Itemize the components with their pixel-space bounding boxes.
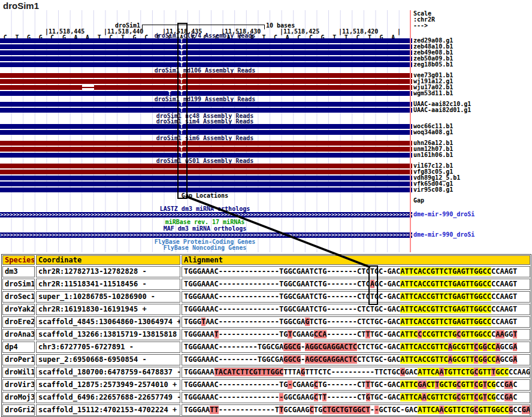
read-name-label: UAAC-aai82d01.g1 xyxy=(413,107,471,113)
table-row: dm3chr2R:12782713-12782828 -TGGGAAAC----… xyxy=(2,265,531,278)
read-name-label: wgm53d11.b1 xyxy=(413,90,453,96)
alignment-cell: TGGGAAAC--------------TGGCGAATCTG-------… xyxy=(182,304,530,315)
assembly-read-bar[interactable]: T xyxy=(0,50,412,55)
assembly-read-bar[interactable]: T xyxy=(0,147,412,152)
species-cell: droMoj3 xyxy=(2,392,35,403)
species-cell: droVir3 xyxy=(2,379,35,391)
label-separator-line xyxy=(410,10,411,252)
table-row: droVir3scaffold_12875:2573949-2574010 +T… xyxy=(2,379,531,391)
coordinate-cell: chr2R:16191830-16191945 + xyxy=(36,304,180,315)
alignment-cell: TGGGAAAC--------------TGGCGAATCTG-------… xyxy=(182,266,530,277)
table-row: droAna3scaffold_13266:13815719-13815818 … xyxy=(2,328,531,341)
track-side-label: Gap xyxy=(413,198,424,204)
column-header-coordinate: Coordinate xyxy=(36,255,180,265)
alignment-cell: TGGGTAAC--------------TGGCGAGTCTG-------… xyxy=(182,316,530,328)
assembly-read-bar[interactable]: T xyxy=(0,153,412,158)
assembly-read-bar[interactable]: T xyxy=(0,85,412,90)
species-cell: droAna3 xyxy=(2,329,35,340)
assembly-read-bar[interactable] xyxy=(0,182,412,186)
table-row: droMoj3scaffold_6496:22657688-22657749 -… xyxy=(2,391,531,404)
mirna-item-bar[interactable]: >>>>>>>>>>>>>>>>>>>>>>>>>>>>>>>>>>>>>>>>… xyxy=(0,212,412,217)
assembly-read-bar[interactable]: T xyxy=(0,141,412,146)
assembly-read-bar[interactable]: T xyxy=(0,124,412,129)
alignment-cell: TGGGAAAC--------------TGGCGAATCTG-------… xyxy=(182,291,530,303)
genome-browser-page: droSim1 droSim1 10 bases |11,518,445|11,… xyxy=(0,0,532,417)
table-row: droEre2scaffold_4845:13064860-13064974 +… xyxy=(2,316,531,328)
track-label-panel: Scale :chr2R ---> zed29a08.g1zeb48a10.b1… xyxy=(413,10,532,252)
track-center-label[interactable]: Gap Locations xyxy=(0,193,410,199)
alignment-table: SpeciesCoordinateAlignment dm3chr2R:1278… xyxy=(1,254,531,417)
coordinate-cell: scaffold_180700:6478759-6478837 - xyxy=(36,367,180,378)
assembly-read-bar[interactable]: T xyxy=(0,108,412,113)
species-cell: dp4 xyxy=(2,342,35,353)
assembly-read-bar[interactable]: T xyxy=(0,44,412,49)
mirna-item-bar[interactable]: >>>>>>>>>>>>>>>>>>>>>>>>>>>>>>>>>>>>>>>>… xyxy=(0,232,412,238)
coordinate-cell: chr3:6727705-6727891 - xyxy=(36,342,180,353)
species-cell: droEre2 xyxy=(2,316,35,328)
coordinate-cell: chr2R:12782713-12782828 - xyxy=(36,266,180,277)
assembly-read-bar[interactable] xyxy=(0,176,412,180)
coordinate-cell: scaffold_6496:22657688-22657749 - xyxy=(36,392,180,403)
table-header-row: SpeciesCoordinateAlignment xyxy=(2,255,531,265)
table-row: droWil1scaffold_180700:6478759-6478837 -… xyxy=(2,366,531,379)
track-center-label[interactable]: FlyBase Noncoding Genes xyxy=(0,245,410,251)
assembly-read-bar[interactable]: T xyxy=(0,38,412,43)
coordinate-cell: chr2R:11518341-11518456 - xyxy=(36,279,180,290)
species-cell: droYak2 xyxy=(2,304,35,315)
coordinate-cell: scaffold_15112:4702153-4702224 + xyxy=(36,404,180,416)
table-row: droGri2scaffold_15112:4702153-4702224 +T… xyxy=(2,404,531,416)
assembly-read-bar[interactable] xyxy=(0,170,412,174)
species-cell: droPer1 xyxy=(2,354,35,365)
read-name-label: vir95c08.g1 xyxy=(413,187,453,193)
track-center-label[interactable]: miRBase rev. 17 miRNAs xyxy=(0,219,410,225)
alignment-cell: TGGGAAAC---------TGGCGAGGCG-AGGCGAGGACTC… xyxy=(182,354,530,365)
assembly-read-bar[interactable]: T xyxy=(0,130,412,135)
coordinate-cell: super_2:6950668-6950854 - xyxy=(36,354,180,365)
coordinate-cell: super_1:10286785-10286900 - xyxy=(36,291,180,303)
page-title: droSim1 xyxy=(3,1,39,11)
assembly-read-bar[interactable]: TT xyxy=(0,91,412,96)
track-center-label[interactable]: MAF dm3 miRNA orthologs xyxy=(0,226,410,232)
alignment-cell: TGGGAAAC---------------GGCGAAGCTT-------… xyxy=(182,392,530,403)
coordinate-cell: scaffold_4845:13064860-13064974 + xyxy=(36,316,180,328)
track-center-label[interactable]: LASTZ dm3 miRNA orthologs xyxy=(0,206,410,212)
table-row: dp4chr3:6727705-6727891 -TGGGAAAC-------… xyxy=(2,341,531,353)
assembly-read-bar[interactable]: T xyxy=(0,79,412,84)
species-cell: droSim1 xyxy=(2,279,35,290)
read-gap-line xyxy=(82,87,94,88)
column-header-species: Species xyxy=(2,255,35,265)
table-row: droPer1super_2:6950668-6950854 -TGGGAAAC… xyxy=(2,353,531,366)
species-cell: droGri2 xyxy=(2,404,35,416)
highlight-column-box xyxy=(177,23,188,199)
assembly-read-bar[interactable] xyxy=(0,188,412,192)
assembly-read-bar[interactable]: T xyxy=(0,62,412,67)
alignment-cell: TGGGAAAC--------------TG-CGAAGCTG-------… xyxy=(182,379,530,391)
table-row: droYak2chr2R:16191830-16191945 +TGGGAAAC… xyxy=(2,303,531,316)
assembly-read-bar[interactable]: T xyxy=(0,56,412,61)
mirna-item-name: dme-mir-990_droSi xyxy=(413,211,474,217)
coordinate-cell: scaffold_12875:2573949-2574010 + xyxy=(36,379,180,391)
assembly-read-bar[interactable] xyxy=(0,164,412,168)
coordinate-cell: scaffold_13266:13815719-13815818 + xyxy=(36,329,180,340)
alignment-cell: TGGGAAAC---------TGGCGAGGCG-AGGCGAGGACTC… xyxy=(182,342,530,353)
species-cell: dm3 xyxy=(2,266,35,277)
browser-tracks-area[interactable]: droSim1 10 bases |11,518,445|11,518,440|… xyxy=(0,10,410,252)
read-name-label: woq34a08.g1 xyxy=(413,129,453,135)
column-header-alignment: Alignment xyxy=(182,255,530,265)
read-gap xyxy=(82,85,94,90)
alignment-cell: TGGGAAAC--------------TGGCGAATCTG-------… xyxy=(182,279,530,290)
alignment-cell: TGGGAAAT--------------TGTCGAAGCCA-------… xyxy=(182,329,530,340)
species-cell: droWil1 xyxy=(2,367,35,378)
assembly-read-bar[interactable]: T xyxy=(0,73,412,78)
read-name-label: zeg18b05.b1 xyxy=(413,62,453,68)
read-name-label: un161h06.b1 xyxy=(413,152,453,158)
scale-panel-line3: ---> xyxy=(413,23,428,29)
species-cell: droSec1 xyxy=(2,291,35,303)
table-row: droSec1super_1:10286785-10286900 -TGGGAA… xyxy=(2,291,531,303)
alignment-cell: TGGGAATT-------------TTGCGAAGCTGCTGCTGTG… xyxy=(182,404,530,416)
table-row: droSim1chr2R:11518341-11518456 -TGGGAAAC… xyxy=(2,278,531,291)
assembly-read-bar[interactable]: T xyxy=(0,102,412,107)
mirna-item-name: dme-mir-990_droSi xyxy=(413,232,474,238)
alignment-cell: TGGGAAATACATCTTCGTTTGGCTTTAGTTTCTC------… xyxy=(182,367,530,378)
